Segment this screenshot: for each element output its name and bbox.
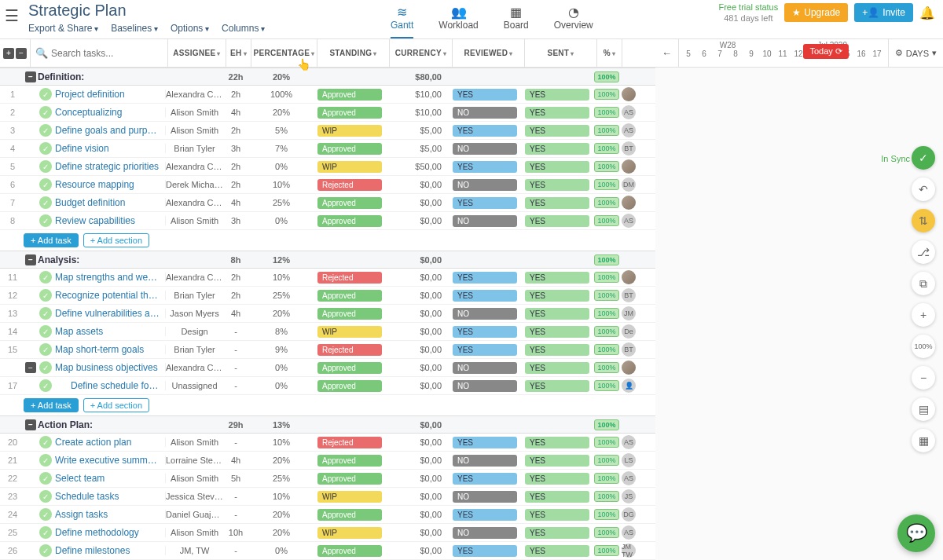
- task-currency[interactable]: $0,00: [387, 381, 449, 390]
- task-eh[interactable]: 4h: [223, 309, 248, 318]
- task-pct[interactable]: 0%: [248, 162, 314, 171]
- task-name[interactable]: Write executive summary: [55, 455, 165, 466]
- task-reviewed[interactable]: NO: [453, 215, 517, 227]
- task-standing[interactable]: Approved: [317, 143, 382, 155]
- task-standing[interactable]: Approved: [317, 290, 382, 302]
- task-sent[interactable]: YES: [525, 326, 589, 338]
- avatar[interactable]: AS: [622, 105, 636, 119]
- task-name[interactable]: Define goals and purpose: [55, 125, 165, 136]
- task-sent[interactable]: YES: [525, 437, 589, 448]
- task-currency[interactable]: $5,00: [387, 144, 449, 153]
- avatar[interactable]: 👤: [622, 379, 636, 393]
- task-sent[interactable]: YES: [525, 290, 589, 302]
- task-eh[interactable]: 3h: [223, 144, 248, 153]
- task-reviewed[interactable]: YES: [453, 473, 517, 485]
- sync-check-button[interactable]: ✓: [912, 146, 935, 170]
- expand-all-button[interactable]: +: [3, 48, 14, 59]
- task-pct[interactable]: 0%: [248, 216, 314, 225]
- task-currency[interactable]: $0,00: [387, 510, 449, 519]
- avatar[interactable]: AS: [622, 471, 636, 485]
- add-section-button[interactable]: + Add section: [83, 398, 149, 412]
- task-standing[interactable]: Rejected: [317, 437, 382, 448]
- upgrade-button[interactable]: ★Upgrade: [784, 3, 848, 22]
- task-eh[interactable]: -: [223, 363, 248, 372]
- task-assignee[interactable]: Alexandra Cuart...: [165, 363, 223, 372]
- task-currency[interactable]: $0,00: [387, 492, 449, 501]
- task-eh[interactable]: -: [223, 510, 248, 519]
- task-assignee[interactable]: Daniel Guajardo: [165, 510, 223, 519]
- task-reviewed[interactable]: YES: [453, 125, 517, 137]
- task-name[interactable]: Define vision: [55, 143, 165, 154]
- search-input[interactable]: [51, 48, 163, 59]
- zoom-out-button[interactable]: −: [912, 366, 935, 390]
- task-name[interactable]: Define vulnerabilities and ri...: [55, 308, 165, 319]
- check-icon[interactable]: ✓: [39, 472, 52, 485]
- task-reviewed[interactable]: NO: [453, 527, 517, 539]
- add-task-button[interactable]: + Add task: [24, 398, 79, 412]
- task-eh[interactable]: 2h: [223, 273, 248, 282]
- map-button[interactable]: ▤: [912, 397, 935, 421]
- avatar[interactable]: [622, 361, 636, 375]
- task-reviewed[interactable]: NO: [453, 107, 517, 119]
- section-title[interactable]: Analysis:: [36, 254, 165, 265]
- avatar[interactable]: [622, 270, 636, 284]
- task-eh[interactable]: 4h: [223, 198, 248, 207]
- task-sent[interactable]: YES: [525, 272, 589, 284]
- task-currency[interactable]: $5,00: [387, 126, 449, 135]
- task-reviewed[interactable]: NO: [453, 179, 517, 191]
- section-title[interactable]: Action Plan:: [36, 419, 165, 430]
- task-currency[interactable]: $0,00: [387, 216, 449, 225]
- task-reviewed[interactable]: YES: [453, 161, 517, 173]
- check-icon[interactable]: ✓: [39, 490, 52, 503]
- task-assignee[interactable]: Jason Myers: [165, 309, 223, 318]
- task-eh[interactable]: 10h: [223, 528, 248, 537]
- invite-button[interactable]: +👤Invite: [854, 3, 913, 22]
- task-eh[interactable]: 5h: [223, 474, 248, 483]
- task-reviewed[interactable]: YES: [453, 437, 517, 448]
- avatar[interactable]: DM: [622, 178, 636, 192]
- task-currency[interactable]: $0,00: [387, 180, 449, 189]
- check-icon[interactable]: ✓: [39, 142, 52, 155]
- task-assignee[interactable]: JM, TW: [165, 546, 223, 555]
- task-standing[interactable]: Approved: [317, 308, 382, 320]
- avatar[interactable]: BT: [622, 342, 636, 357]
- check-icon[interactable]: ✓: [39, 436, 52, 448]
- task-reviewed[interactable]: NO: [453, 380, 517, 392]
- avatar[interactable]: De: [622, 324, 636, 339]
- task-assignee[interactable]: Alexandra Cuart...: [165, 198, 223, 207]
- task-assignee[interactable]: Alison Smith: [165, 437, 223, 447]
- task-reviewed[interactable]: NO: [453, 308, 517, 320]
- avatar[interactable]: JS: [622, 489, 636, 503]
- check-icon[interactable]: ✓: [39, 289, 52, 302]
- task-standing[interactable]: Approved: [317, 197, 382, 209]
- task-assignee[interactable]: Alison Smith: [165, 474, 223, 483]
- task-currency[interactable]: $0,00: [387, 363, 449, 372]
- task-sent[interactable]: YES: [525, 344, 589, 356]
- task-eh[interactable]: -: [223, 546, 248, 555]
- avatar[interactable]: JM: [622, 306, 636, 320]
- task-sent[interactable]: YES: [525, 491, 589, 503]
- col-sent[interactable]: SENT: [525, 39, 597, 67]
- task-assignee[interactable]: Alison Smith: [165, 108, 223, 117]
- task-currency[interactable]: $50,00: [387, 162, 449, 171]
- task-eh[interactable]: -: [223, 345, 248, 354]
- tab-board[interactable]: ▦Board: [504, 5, 529, 38]
- task-pct[interactable]: 20%: [248, 108, 314, 117]
- task-toggle[interactable]: −: [25, 362, 36, 373]
- task-assignee[interactable]: Lorraine Stevens: [165, 456, 223, 465]
- task-assignee[interactable]: Alexandra Cuart...: [165, 273, 223, 282]
- task-sent[interactable]: YES: [525, 143, 589, 155]
- task-reviewed[interactable]: NO: [453, 143, 517, 155]
- avatar[interactable]: AS: [622, 214, 636, 228]
- task-assignee[interactable]: Brian Tyler: [165, 345, 223, 354]
- task-standing[interactable]: Approved: [317, 89, 382, 101]
- task-standing[interactable]: Approved: [317, 107, 382, 119]
- check-icon[interactable]: ✓: [39, 214, 52, 227]
- menu-columns[interactable]: Columns: [222, 23, 265, 34]
- task-eh[interactable]: 3h: [223, 216, 248, 225]
- task-reviewed[interactable]: YES: [453, 272, 517, 284]
- task-eh[interactable]: 2h: [223, 291, 248, 300]
- check-icon[interactable]: ✓: [39, 508, 52, 521]
- task-pct[interactable]: 10%: [248, 273, 314, 282]
- task-name[interactable]: Map business objectives: [55, 362, 165, 373]
